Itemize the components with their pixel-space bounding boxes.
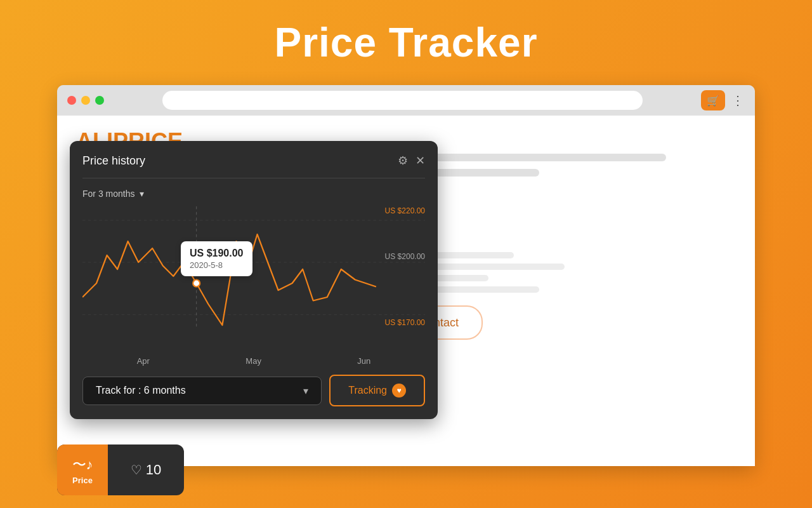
- widget-price-label: Price: [72, 476, 93, 485]
- widget-count-value: 10: [146, 462, 161, 478]
- chevron-down-icon: ▾: [140, 189, 144, 199]
- popup-controls: Track for : 6 months ▾ Tracking ♥: [82, 375, 425, 406]
- bottom-price-widget[interactable]: 〜♪ Price ♡ 10: [57, 444, 184, 495]
- popup-action-icons: ⚙ ✕: [398, 154, 425, 168]
- close-button[interactable]: ✕: [416, 154, 425, 168]
- menu-button[interactable]: ⋮: [731, 93, 745, 108]
- chart-tooltip: US $190.00 2020-5-8: [181, 241, 252, 276]
- waveform-icon: 〜♪: [72, 455, 93, 474]
- x-label-apr: Apr: [137, 356, 150, 366]
- svg-point-4: [193, 280, 200, 287]
- track-duration-label: Track for : 6 months: [96, 385, 186, 396]
- browser-window: 🛒 ⋮ ALIPRICE 0.00 Order: [57, 85, 755, 466]
- track-duration-select[interactable]: Track for : 6 months ▾: [82, 377, 322, 405]
- browser-actions: 🛒 ⋮: [701, 90, 745, 110]
- settings-button[interactable]: ⚙: [398, 154, 408, 168]
- widget-heart-icon: ♡: [131, 462, 142, 478]
- widget-like-count: ♡ 10: [108, 462, 184, 478]
- price-chart: US $220.00 US $200.00 US $170.00: [82, 206, 425, 346]
- address-bar[interactable]: [162, 91, 643, 110]
- chart-svg: [82, 206, 425, 346]
- cart-button[interactable]: 🛒: [701, 90, 725, 110]
- widget-icon-area: 〜♪ Price: [57, 444, 108, 495]
- traffic-lights: [67, 96, 104, 105]
- price-history-popup: Price history ⚙ ✕ For 3 months ▾ US $220…: [70, 141, 438, 419]
- period-selector[interactable]: For 3 months ▾: [82, 189, 425, 199]
- period-label: For 3 months: [82, 189, 134, 199]
- popup-header: Price history ⚙ ✕: [82, 154, 425, 168]
- maximize-traffic-light[interactable]: [95, 96, 104, 105]
- tracking-heart-icon: ♥: [392, 384, 406, 398]
- tracking-button[interactable]: Tracking ♥: [329, 375, 425, 406]
- dropdown-arrow-icon: ▾: [303, 385, 308, 397]
- y-label-low: US $170.00: [385, 318, 425, 327]
- x-label-may: May: [246, 356, 261, 366]
- minimize-traffic-light[interactable]: [81, 96, 90, 105]
- y-label-high: US $220.00: [385, 206, 425, 215]
- tooltip-date: 2020-5-8: [190, 260, 244, 270]
- tracking-button-label: Tracking: [348, 385, 387, 396]
- browser-content: ALIPRICE 0.00 Order ✉ Contact: [57, 116, 755, 466]
- x-label-jun: Jun: [357, 356, 370, 366]
- popup-divider: [82, 178, 425, 178]
- tooltip-price: US $190.00: [190, 248, 244, 259]
- y-label-mid: US $200.00: [385, 252, 425, 261]
- browser-toolbar: 🛒 ⋮: [57, 85, 755, 116]
- popup-title: Price history: [82, 154, 145, 168]
- chart-x-labels: Apr May Jun: [82, 356, 425, 366]
- close-traffic-light[interactable]: [67, 96, 76, 105]
- page-title: Price Tracker: [0, 0, 812, 85]
